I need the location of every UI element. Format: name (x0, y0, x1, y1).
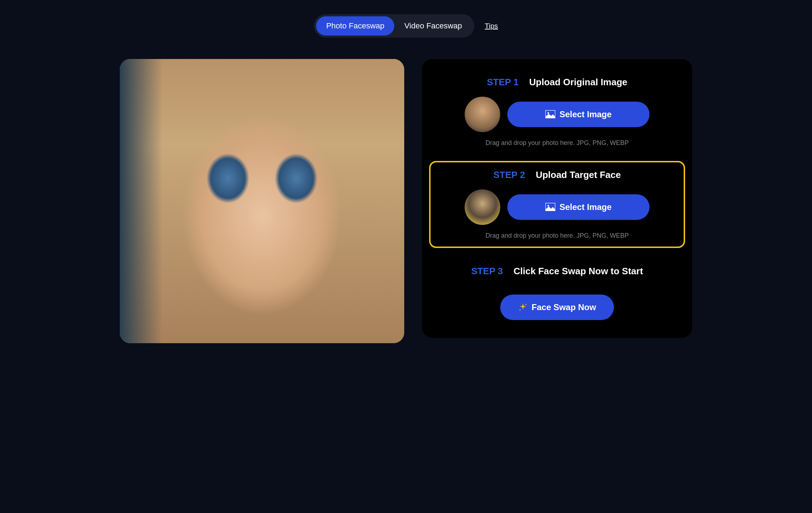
tab-photo-faceswap[interactable]: Photo Faceswap (316, 16, 394, 36)
select-original-image-button[interactable]: Select Image (507, 102, 650, 127)
preview-image-panel (120, 59, 404, 343)
step-3-header: STEP 3 Click Face Swap Now to Start (436, 266, 678, 277)
face-swap-now-button[interactable]: Face Swap Now (500, 295, 614, 320)
step-2-header: STEP 2 Upload Target Face (438, 169, 677, 180)
steps-panel: STEP 1 Upload Original Image Select Imag… (422, 59, 692, 338)
step-2-action-row: Select Image (438, 189, 677, 225)
select-target-face-button[interactable]: Select Image (507, 194, 650, 220)
step-1-header: STEP 1 Upload Original Image (436, 77, 678, 88)
svg-point-1 (547, 112, 549, 114)
step-2-hint: Drag and drop your photo here. JPG, PNG,… (438, 232, 677, 239)
image-icon (545, 110, 555, 119)
tips-link[interactable]: Tips (485, 22, 498, 30)
mode-tab-group: Photo Faceswap Video Faceswap (314, 14, 474, 38)
step-1-action-row: Select Image (436, 97, 678, 132)
target-face-thumbnail[interactable] (465, 189, 500, 225)
svg-point-3 (547, 205, 549, 207)
step-2-title: Upload Target Face (536, 169, 621, 180)
step-1: STEP 1 Upload Original Image Select Imag… (436, 77, 678, 147)
select-target-button-label: Select Image (560, 202, 612, 212)
step-2: STEP 2 Upload Target Face Select Image D… (429, 161, 685, 248)
sparkle-icon (518, 302, 528, 312)
original-image-thumbnail[interactable] (465, 97, 500, 132)
step-2-label: STEP 2 (493, 169, 525, 180)
step-1-label: STEP 1 (487, 77, 518, 88)
step-3: STEP 3 Click Face Swap Now to Start Face… (436, 266, 678, 320)
step-1-hint: Drag and drop your photo here. JPG, PNG,… (436, 139, 678, 147)
preview-face-image (120, 59, 404, 343)
top-navigation: Photo Faceswap Video Faceswap Tips (14, 14, 798, 38)
step-1-title: Upload Original Image (529, 77, 627, 88)
image-icon (545, 203, 555, 211)
face-swap-button-label: Face Swap Now (531, 302, 596, 312)
step-3-title: Click Face Swap Now to Start (514, 266, 643, 277)
main-content: STEP 1 Upload Original Image Select Imag… (14, 59, 798, 343)
step-3-label: STEP 3 (471, 266, 503, 277)
tab-video-faceswap[interactable]: Video Faceswap (394, 16, 472, 36)
select-original-button-label: Select Image (560, 109, 612, 119)
